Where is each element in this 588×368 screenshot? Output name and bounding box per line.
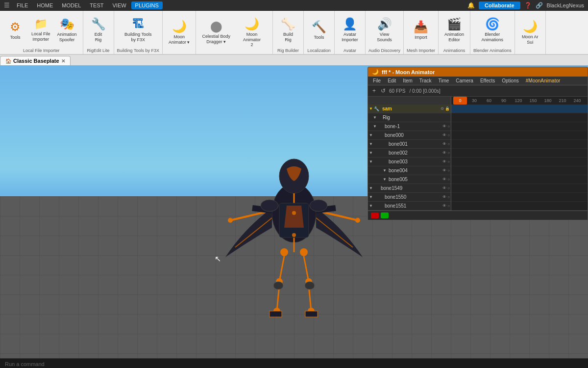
track-arrow-bone003: ▼ bbox=[369, 159, 373, 164]
import-button[interactable]: 📥 Import bbox=[409, 14, 433, 46]
track-key-icon[interactable]: ○ bbox=[447, 186, 450, 190]
track-row-sam[interactable]: ▼ 🔧 sam ⚙ 🔒 bbox=[368, 105, 451, 113]
track-key-icon[interactable]: ○ bbox=[447, 195, 450, 199]
moon-animator-button[interactable]: 🌙 MoonAnimator ▾ bbox=[166, 17, 193, 48]
timeline-row-1 bbox=[451, 113, 588, 122]
track-row-bone1550[interactable]: ▼ bone1550 👁 ○ bbox=[368, 193, 451, 202]
track-row-bone000[interactable]: ▼ bone000 👁 ○ bbox=[368, 131, 451, 140]
anim-menu-options[interactable]: Options bbox=[499, 78, 521, 84]
user-label: BlackLegNexus bbox=[547, 2, 584, 8]
moon-animator2-button[interactable]: 🌙 Moon Animator2 bbox=[234, 17, 270, 48]
track-vis-icon[interactable]: 👁 bbox=[442, 168, 446, 173]
build-rig-button[interactable]: 🦴 BuildRig bbox=[276, 14, 300, 46]
track-icons-bone005: 👁 ○ bbox=[442, 177, 450, 182]
stop-button[interactable] bbox=[371, 212, 379, 218]
menu-home[interactable]: HOME bbox=[33, 1, 57, 9]
toolbar-section-items: ⚙ Tools 📁 Local FileImporter 🎭 Animation… bbox=[3, 13, 80, 47]
view-sounds-button[interactable]: 🔊 ViewSounds bbox=[372, 14, 397, 46]
anim-menu-item[interactable]: Item bbox=[400, 78, 415, 84]
toolbar-section-mesh: 📥 Import Mesh Importer bbox=[404, 11, 439, 54]
menu-view[interactable]: VIEW bbox=[108, 1, 130, 9]
track-key-icon[interactable]: ○ bbox=[447, 151, 450, 155]
anim-menu-hashtag[interactable]: #MoonAnimator bbox=[523, 78, 564, 84]
tab-classic-baseplate[interactable]: 🏠 Classic Baseplate ✕ bbox=[0, 56, 71, 65]
track-vis-icon[interactable]: 👁 bbox=[442, 204, 446, 208]
tab-close-button[interactable]: ✕ bbox=[61, 58, 65, 64]
building-tools-button[interactable]: 🏗 Building Toolsby F3X bbox=[122, 14, 154, 46]
track-icons-bone1550: 👁 ○ bbox=[442, 195, 450, 199]
track-row-rig[interactable]: ▼ Rig bbox=[368, 113, 451, 122]
blender-icon: 🌀 bbox=[485, 17, 500, 31]
menu-model[interactable]: MODEL bbox=[58, 1, 85, 9]
edit-rig-button[interactable]: 🔧 EditRig bbox=[86, 14, 111, 46]
menu-file[interactable]: FILE bbox=[13, 1, 32, 9]
menu-test[interactable]: TEST bbox=[86, 1, 107, 9]
blender-button[interactable]: 🌀 BlenderAnimations bbox=[479, 14, 507, 46]
animator-panel: 🌙 fff * - Moon Animator File Edit Item T… bbox=[368, 67, 588, 220]
track-vis-icon[interactable]: 👁 bbox=[442, 151, 446, 155]
track-key-icon[interactable]: ○ bbox=[447, 133, 450, 137]
track-key-icon[interactable]: ○ bbox=[447, 204, 450, 208]
track-vis-icon[interactable]: 👁 bbox=[442, 142, 446, 146]
anim-menu-effects[interactable]: Effects bbox=[477, 78, 498, 84]
anim-menu-file[interactable]: File bbox=[370, 78, 384, 84]
anim-menu-track[interactable]: Track bbox=[416, 78, 435, 84]
command-input-placeholder[interactable]: Run a command bbox=[5, 361, 45, 367]
notification-icon[interactable]: 🔔 bbox=[467, 2, 475, 9]
viewport[interactable]: ↖ 🌙 fff * - Moon Animator File Edit Item… bbox=[0, 66, 588, 358]
toolbar-section-avatar: 👤 AvatarImporter Avatar bbox=[335, 11, 366, 54]
edit-rig-label: EditRig bbox=[95, 32, 102, 43]
track-vis-icon[interactable]: 👁 bbox=[442, 186, 446, 190]
track-row-bone1[interactable]: ▼ bone-1 👁 ○ bbox=[368, 122, 451, 131]
track-name-bone005: bone005 bbox=[387, 177, 442, 182]
track-key-icon[interactable]: ○ bbox=[447, 159, 450, 164]
play-button[interactable] bbox=[381, 212, 389, 218]
collaborate-button[interactable]: Collaborate bbox=[479, 1, 520, 9]
animation-editor-button[interactable]: 🎬 AnimationEditor bbox=[441, 14, 467, 46]
timeline-row-2 bbox=[451, 122, 588, 131]
track-row-bone1549[interactable]: ▼ bone1549 👁 ○ bbox=[368, 184, 451, 193]
animation-spoofer-button[interactable]: 🎭 AnimationSpoofer bbox=[54, 14, 80, 46]
track-arrow-bone1551: ▼ bbox=[369, 204, 373, 208]
track-key-icon[interactable]: ○ bbox=[447, 142, 450, 146]
refresh-button[interactable]: ↺ bbox=[379, 87, 387, 95]
svg-point-27 bbox=[305, 282, 315, 289]
toolbar-section-items: 👤 AvatarImporter bbox=[338, 13, 362, 47]
track-row-bone1551[interactable]: ▼ bone1551 👁 ○ bbox=[368, 202, 451, 210]
avatar-importer-button[interactable]: 👤 AvatarImporter bbox=[338, 14, 362, 46]
track-row-bone005[interactable]: ▼ bone005 👁 ○ bbox=[368, 175, 451, 184]
moon-ar-button[interactable]: 🌙 Moon ArSui bbox=[518, 17, 542, 48]
track-settings-icon[interactable]: ⚙ bbox=[441, 106, 444, 111]
moon-ar-icon: 🌙 bbox=[523, 20, 538, 33]
track-row-bone004[interactable]: ▼ bone004 👁 ○ bbox=[368, 166, 451, 175]
share-icon[interactable]: 🔗 bbox=[536, 2, 543, 9]
tools-button[interactable]: ⚙ Tools bbox=[3, 14, 27, 46]
celestial-button[interactable]: ⬤ Celestial BodyDragger ▾ bbox=[199, 17, 233, 48]
menu-plugins[interactable]: PLUGINS bbox=[131, 1, 163, 9]
track-row-bone003[interactable]: ▼ bone003 👁 ○ bbox=[368, 158, 451, 166]
track-vis-icon[interactable]: 👁 bbox=[442, 195, 446, 199]
track-vis-icon[interactable]: 👁 bbox=[442, 159, 446, 164]
track-row-bone002[interactable]: ▼ bone002 👁 ○ bbox=[368, 149, 451, 158]
time-mark-90: 90 bbox=[496, 98, 511, 103]
anim-menu-camera[interactable]: Camera bbox=[453, 78, 476, 84]
anim-menu-edit[interactable]: Edit bbox=[385, 78, 399, 84]
toolbar-section-localization: 🔨 Tools Localization bbox=[304, 11, 335, 54]
tools2-button[interactable]: 🔨 Tools bbox=[307, 14, 331, 46]
local-file-importer-button[interactable]: 📁 Local FileImporter bbox=[28, 14, 53, 46]
help-icon[interactable]: ❓ bbox=[524, 2, 532, 9]
anim-menu-time[interactable]: Time bbox=[435, 78, 452, 84]
track-row-bone001[interactable]: ▼ bone001 👁 ○ bbox=[368, 140, 451, 149]
toolbar-section-moon: 🌙 MoonAnimator ▾ bbox=[163, 11, 196, 54]
track-vis-icon[interactable]: 👁 bbox=[442, 124, 446, 129]
add-keyframe-button[interactable]: + bbox=[371, 87, 377, 95]
track-lock-icon[interactable]: 🔒 bbox=[445, 106, 450, 111]
track-key-icon[interactable]: ○ bbox=[447, 124, 450, 129]
track-key-icon[interactable]: ○ bbox=[447, 168, 450, 173]
track-key-icon[interactable]: ○ bbox=[447, 177, 450, 182]
animator-title-bar[interactable]: 🌙 fff * - Moon Animator bbox=[368, 67, 588, 77]
track-vis-icon[interactable]: 👁 bbox=[442, 133, 446, 137]
svg-line-9 bbox=[316, 218, 353, 247]
track-vis-icon[interactable]: 👁 bbox=[442, 177, 446, 182]
timeline-content[interactable] bbox=[451, 105, 588, 210]
